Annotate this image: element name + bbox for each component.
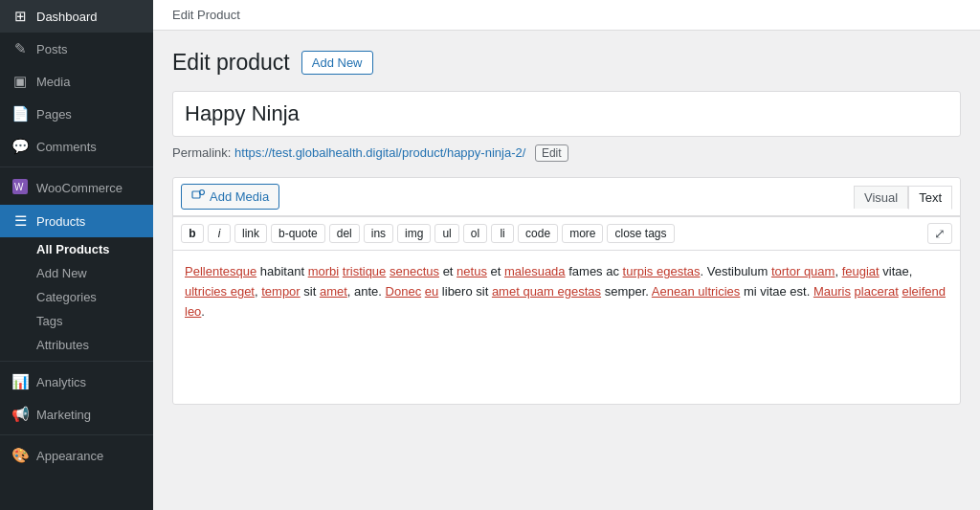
link-amet1[interactable]: amet [320, 284, 347, 299]
sidebar-item-products[interactable]: ☰ Products [0, 205, 153, 237]
toolbar-italic[interactable]: i [208, 224, 231, 243]
add-media-label: Add Media [210, 189, 269, 204]
sidebar-subitem-categories[interactable]: Categories [0, 285, 153, 309]
sidebar-item-analytics[interactable]: 📊 Analytics [0, 366, 153, 398]
page-title: Edit product [172, 50, 290, 76]
sidebar-item-label: Marketing [36, 408, 91, 422]
toolbar-link[interactable]: link [234, 224, 267, 243]
toolbar-bold[interactable]: b [181, 224, 204, 243]
toolbar-code[interactable]: code [518, 224, 558, 243]
link-aenean[interactable]: Aenean ultricies [652, 284, 741, 299]
add-media-icon [191, 188, 205, 205]
link-turpis[interactable]: turpis egestas [623, 264, 701, 278]
tab-visual[interactable]: Visual [854, 186, 908, 209]
editor-body[interactable]: Pellentesque habitant morbi tristique se… [173, 251, 960, 404]
toolbar-li[interactable]: li [491, 224, 514, 243]
sidebar-item-label: Posts [36, 42, 68, 56]
sidebar-item-comments[interactable]: 💬 Comments [0, 130, 153, 163]
sidebar-subitem-all-products[interactable]: All Products [0, 237, 153, 261]
link-tortor[interactable]: tortor quam [771, 264, 835, 278]
sidebar-item-posts[interactable]: ✎ Posts [0, 33, 153, 65]
page-header: Edit product Add New [172, 50, 961, 76]
marketing-icon: 📢 [11, 406, 29, 423]
toolbar-ul[interactable]: ul [434, 224, 458, 243]
divider2 [0, 361, 153, 362]
link-amet-quam[interactable]: amet quam egestas [492, 284, 601, 299]
link-netus[interactable]: netus [457, 264, 487, 278]
pages-icon: 📄 [11, 105, 29, 122]
tab-text[interactable]: Text [908, 186, 952, 210]
toolbar-more[interactable]: more [562, 224, 603, 243]
link-eu[interactable]: eu [425, 284, 438, 299]
link-morbi[interactable]: morbi [308, 264, 340, 278]
product-title-input[interactable] [172, 91, 961, 137]
sidebar-item-label: Products [36, 214, 85, 229]
breadcrumb: Edit Product [172, 8, 240, 22]
link-leo[interactable]: leo [185, 304, 201, 319]
sidebar-item-dashboard[interactable]: ⊞ Dashboard [0, 0, 153, 33]
sidebar-subitem-add-new[interactable]: Add New [0, 261, 153, 285]
sidebar-item-marketing[interactable]: 📢 Marketing [0, 398, 153, 431]
appearance-icon: 🎨 [11, 447, 29, 464]
svg-text:W: W [14, 182, 24, 192]
divider [0, 166, 153, 167]
sidebar-item-appearance[interactable]: 🎨 Appearance [0, 439, 153, 472]
expand-icon: ⤢ [934, 226, 946, 241]
toolbar-bquote[interactable]: b-quote [271, 224, 325, 243]
editor-toolbar: b i link b-quote del ins img ul ol li co… [173, 216, 960, 251]
sidebar-subitem-label: All Products [36, 242, 110, 256]
toolbar-img[interactable]: img [397, 224, 431, 243]
sidebar-subitem-label: Tags [36, 314, 62, 328]
link-placerat[interactable]: placerat [855, 284, 899, 299]
divider3 [0, 434, 153, 435]
sidebar-subitem-label: Attributes [36, 338, 89, 352]
link-tempor[interactable]: tempor [261, 284, 300, 299]
permalink-url[interactable]: https://test.globalhealth.digital/produc… [234, 145, 525, 160]
toolbar-expand-button[interactable]: ⤢ [927, 223, 952, 244]
link-ultricies[interactable]: ultricies eget [185, 284, 255, 299]
link-mauris[interactable]: Mauris [813, 284, 851, 299]
editor-tabs: Visual Text [854, 186, 952, 209]
permalink-edit-button[interactable]: Edit [535, 144, 568, 162]
posts-icon: ✎ [11, 40, 29, 57]
link-eleifend[interactable]: eleifend [902, 284, 946, 299]
link-senectus[interactable]: senectus [390, 264, 439, 278]
analytics-icon: 📊 [11, 373, 29, 390]
toolbar-del[interactable]: del [329, 224, 360, 243]
add-media-button[interactable]: Add Media [181, 184, 279, 210]
sidebar-subitem-attributes[interactable]: Attributes [0, 333, 153, 357]
permalink-row: Permalink: https://test.globalhealth.dig… [172, 144, 961, 162]
toolbar-ol[interactable]: ol [463, 224, 487, 243]
sidebar-subitem-tags[interactable]: Tags [0, 309, 153, 333]
sidebar-item-label: WooCommerce [36, 181, 122, 195]
link-tristique[interactable]: tristique [343, 264, 387, 278]
svg-rect-2 [192, 191, 200, 198]
sidebar-subitem-label: Add New [36, 266, 87, 280]
breadcrumb-bar: Edit Product [153, 0, 980, 31]
add-new-button[interactable]: Add New [301, 51, 373, 75]
sidebar-item-pages[interactable]: 📄 Pages [0, 98, 153, 130]
link-malesuada[interactable]: malesuada [504, 264, 566, 278]
dashboard-icon: ⊞ [11, 8, 29, 25]
sidebar-item-media[interactable]: ▣ Media [0, 65, 153, 98]
toolbar-close-tags[interactable]: close tags [607, 224, 674, 243]
editor-container: Add Media Visual Text b i link b-quote d… [172, 177, 961, 405]
woocommerce-icon: W [11, 179, 29, 197]
toolbar-ins[interactable]: ins [364, 224, 393, 243]
comments-icon: 💬 [11, 138, 29, 155]
add-media-section: Add Media [181, 184, 279, 210]
editor-paragraph: Pellentesque habitant morbi tristique se… [185, 262, 948, 322]
sidebar-item-label: Comments [36, 140, 97, 154]
link-donec[interactable]: Donec [386, 284, 422, 299]
editor-top-bar: Add Media Visual Text [173, 178, 960, 216]
products-icon: ☰ [11, 212, 29, 230]
main-content: Edit Product Edit product Add New Permal… [153, 0, 980, 510]
permalink-label: Permalink: [172, 145, 231, 160]
media-icon: ▣ [11, 73, 29, 90]
sidebar-item-label: Appearance [36, 449, 103, 463]
link-feugiat[interactable]: feugiat [842, 264, 880, 278]
link-pellentesque[interactable]: Pellentesque [185, 264, 256, 278]
content-area: Edit product Add New Permalink: https://… [153, 31, 980, 510]
sidebar-item-label: Dashboard [36, 10, 98, 24]
sidebar-item-woocommerce[interactable]: W WooCommerce [0, 171, 153, 205]
